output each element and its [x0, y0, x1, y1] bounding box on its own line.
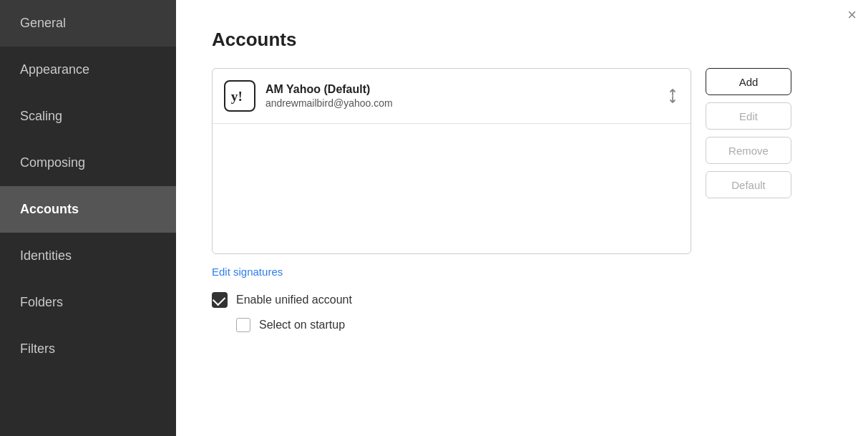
page-title: Accounts	[212, 29, 832, 51]
sidebar-item-appearance[interactable]: Appearance	[0, 47, 176, 93]
default-button[interactable]: Default	[706, 171, 791, 198]
sidebar-item-accounts[interactable]: Accounts	[0, 186, 176, 233]
unified-account-label: Enable unified account	[236, 294, 352, 306]
svg-text:y!: y!	[231, 89, 243, 104]
accounts-section: y! AM Yahoo (Default) andrewmailbird@yah…	[212, 68, 832, 266]
account-email: andrewmailbird@yahoo.com	[265, 97, 666, 109]
sidebar-item-label: Identities	[20, 248, 72, 263]
sidebar: General Appearance Scaling Composing Acc…	[0, 0, 176, 436]
account-row[interactable]: y! AM Yahoo (Default) andrewmailbird@yah…	[213, 69, 691, 124]
action-buttons: Add Edit Remove Default	[706, 68, 791, 198]
sort-icon[interactable]	[666, 88, 679, 104]
sidebar-item-folders[interactable]: Folders	[0, 279, 176, 326]
sidebar-item-label: Filters	[20, 341, 55, 356]
remove-button[interactable]: Remove	[706, 137, 791, 164]
account-name: AM Yahoo (Default)	[265, 83, 666, 96]
sidebar-item-composing[interactable]: Composing	[0, 140, 176, 186]
sidebar-item-filters[interactable]: Filters	[0, 326, 176, 372]
sidebar-item-general[interactable]: General	[0, 0, 176, 47]
sidebar-item-scaling[interactable]: Scaling	[0, 93, 176, 140]
unified-account-row: Enable unified account	[212, 292, 832, 308]
yahoo-icon: y!	[230, 86, 250, 106]
sidebar-item-label: Appearance	[20, 62, 89, 77]
edit-signatures-link[interactable]: Edit signatures	[212, 266, 283, 278]
sidebar-item-label: General	[20, 16, 66, 30]
sidebar-item-label: Accounts	[20, 202, 79, 216]
main-content: × Accounts y! AM Yahoo (Default) andrewm…	[176, 0, 868, 436]
account-info: AM Yahoo (Default) andrewmailbird@yahoo.…	[265, 83, 666, 109]
unified-account-checkbox[interactable]	[212, 292, 228, 308]
sidebar-item-label: Scaling	[20, 109, 62, 123]
startup-label: Select on startup	[259, 319, 345, 331]
accounts-list: y! AM Yahoo (Default) andrewmailbird@yah…	[212, 68, 691, 254]
sidebar-item-identities[interactable]: Identities	[0, 233, 176, 279]
startup-row: Select on startup	[212, 318, 832, 332]
sidebar-item-label: Folders	[20, 295, 63, 309]
account-logo: y!	[224, 80, 255, 112]
edit-button[interactable]: Edit	[706, 102, 791, 130]
startup-checkbox[interactable]	[236, 318, 250, 332]
add-button[interactable]: Add	[706, 68, 791, 95]
close-button[interactable]: ×	[847, 7, 857, 23]
sidebar-item-label: Composing	[20, 155, 85, 170]
